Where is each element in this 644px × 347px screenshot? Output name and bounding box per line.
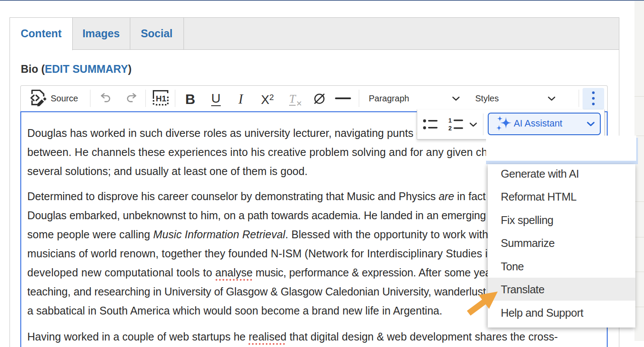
svg-text:2: 2: [448, 125, 452, 132]
svg-text:1: 1: [448, 117, 452, 124]
